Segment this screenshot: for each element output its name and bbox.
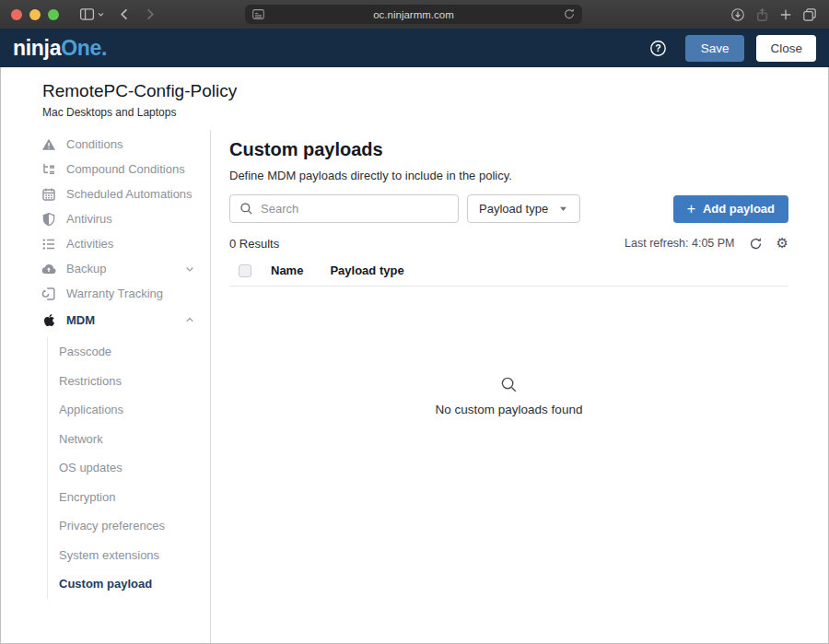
chevron-down-icon (558, 204, 568, 214)
payload-type-filter[interactable]: Payload type (467, 194, 580, 223)
sidebar-item-compound-conditions[interactable]: Compound Conditions (41, 157, 210, 181)
results-count: 0 Results (229, 237, 279, 251)
sidebar-item-conditions[interactable]: Conditions (41, 132, 210, 157)
forward-button[interactable] (143, 7, 157, 21)
downloads-icon[interactable] (730, 7, 745, 22)
cloud-upload-icon (41, 262, 56, 276)
minimize-window-button[interactable] (29, 9, 41, 20)
back-button[interactable] (118, 7, 132, 21)
sidebar-item-label: OS updates (59, 461, 123, 474)
share-icon[interactable] (755, 7, 769, 22)
sidebar-item-label: Passcode (59, 345, 111, 358)
policy-header: RemotePC-Config-Policy Mac Desktops and … (1, 67, 828, 130)
shield-icon (41, 212, 56, 227)
sidebar-item-label: Applications (59, 403, 123, 416)
sidebar-item-label: Conditions (66, 137, 123, 151)
search-icon (500, 376, 518, 396)
sidebar-item-applications[interactable]: Applications (48, 395, 210, 425)
sidebar-item-scheduled-automations[interactable]: Scheduled Automations (41, 181, 210, 206)
warning-triangle-icon (41, 137, 56, 152)
sidebar-item-label: Restrictions (59, 374, 122, 388)
chevron-up-icon (184, 314, 195, 325)
sidebar-item-label: Activities (66, 237, 113, 251)
plus-icon: + (687, 202, 695, 217)
sidebar-item-activities[interactable]: Activities (41, 231, 210, 256)
sidebar-item-label: Network (59, 432, 103, 446)
page-title: RemotePC-Config-Policy (42, 81, 810, 101)
section-description: Define MDM payloads directly to include … (229, 168, 788, 183)
zoom-window-button[interactable] (48, 9, 59, 20)
close-window-button[interactable] (11, 9, 22, 20)
sidebar-item-custom-payload[interactable]: Custom payload (48, 569, 210, 599)
close-button[interactable]: Close (756, 35, 816, 62)
ninjaone-logo: ninjaOne. (13, 36, 107, 61)
browser-window: oc.ninjarmm.com ninjaOne. ? (0, 0, 829, 644)
sidebar-item-system-extensions[interactable]: System extensions (48, 541, 210, 570)
sidebar-item-mdm[interactable]: MDM (41, 306, 210, 334)
gear-icon[interactable]: ⚙ (776, 237, 788, 251)
search-icon (239, 202, 253, 216)
new-tab-icon[interactable] (779, 8, 792, 21)
sidebar-item-label: Custom payload (59, 577, 152, 591)
sidebar-item-label: Scheduled Automations (66, 187, 193, 201)
controls-row: Payload type + Add payload (229, 194, 788, 223)
add-payload-label: Add payload (703, 202, 775, 216)
page-subtitle: Mac Desktops and Laptops (42, 106, 810, 119)
empty-state: No custom payloads found (229, 376, 788, 416)
sidebar-item-label: Compound Conditions (66, 162, 185, 176)
sidebar-item-warranty-tracking[interactable]: Warranty Tracking (41, 281, 210, 306)
chrome-toolbar-right (730, 0, 817, 29)
sidebar-item-os-updates[interactable]: OS updates (48, 453, 210, 483)
search-input[interactable] (261, 202, 449, 216)
empty-state-message: No custom payloads found (436, 403, 583, 416)
refresh-area: Last refresh: 4:05 PM ⚙ (625, 237, 788, 251)
sidebar-item-label: MDM (66, 313, 95, 327)
reader-mode-icon[interactable] (251, 7, 265, 25)
sidebar-item-backup[interactable]: Backup (41, 256, 210, 281)
sidebar-item-encryption[interactable]: Encryption (48, 483, 210, 512)
apple-icon (41, 312, 56, 327)
sidebar-item-label: System extensions (59, 548, 159, 562)
last-refresh-text: Last refresh: 4:05 PM (625, 237, 735, 250)
payload-type-filter-label: Payload type (479, 202, 548, 216)
sidebar-menu-chevron-icon[interactable] (97, 10, 105, 18)
chevron-down-icon (184, 263, 195, 275)
save-button[interactable]: Save (685, 35, 745, 62)
sidebar-item-label: Backup (66, 262, 106, 275)
section-heading: Custom payloads (229, 138, 788, 160)
traffic-lights (11, 9, 59, 20)
list-icon (41, 237, 56, 252)
sidebar-item-antivirus[interactable]: Antivirus (41, 206, 210, 231)
policy-page: RemotePC-Config-Policy Mac Desktops and … (0, 67, 829, 644)
svg-text:?: ? (655, 42, 660, 53)
mdm-subnav: Passcode Restrictions Applications Netwo… (47, 337, 210, 599)
sidebar-item-label: Privacy preferences (59, 519, 165, 533)
policy-sidebar: Conditions Compound Conditions Scheduled… (1, 130, 211, 643)
select-all-checkbox[interactable] (239, 264, 251, 277)
sidebar-item-label: Encryption (59, 490, 115, 504)
sidebar-item-label: Warranty Tracking (66, 287, 163, 300)
custom-payloads-panel: Custom payloads Define MDM payloads dire… (211, 130, 828, 643)
table-header: Name Payload type (229, 263, 788, 287)
add-payload-button[interactable]: + Add payload (673, 195, 788, 223)
sidebar-toggle-icon[interactable] (79, 6, 95, 22)
sidebar-item-privacy-preferences[interactable]: Privacy preferences (48, 511, 210, 541)
sidebar-item-restrictions[interactable]: Restrictions (48, 367, 210, 396)
sidebar-item-passcode[interactable]: Passcode (48, 337, 210, 367)
column-header-name: Name (271, 263, 303, 277)
tab-overview-icon[interactable] (802, 7, 817, 22)
sidebar-item-network[interactable]: Network (48, 425, 210, 454)
help-icon[interactable]: ? (649, 40, 667, 57)
browser-chrome: oc.ninjarmm.com (0, 0, 829, 29)
column-header-payload-type: Payload type (330, 263, 403, 277)
results-row: 0 Results Last refresh: 4:05 PM ⚙ (229, 235, 788, 252)
hierarchy-icon (41, 162, 56, 177)
reload-icon[interactable] (563, 7, 576, 23)
sidebar-item-label: Antivirus (66, 212, 112, 226)
app-header: ninjaOne. ? Save Close (0, 29, 829, 67)
warranty-icon (41, 287, 56, 301)
address-bar[interactable]: oc.ninjarmm.com (245, 5, 582, 24)
refresh-icon[interactable] (749, 237, 763, 251)
search-box (229, 194, 459, 223)
calendar-icon (41, 187, 56, 202)
